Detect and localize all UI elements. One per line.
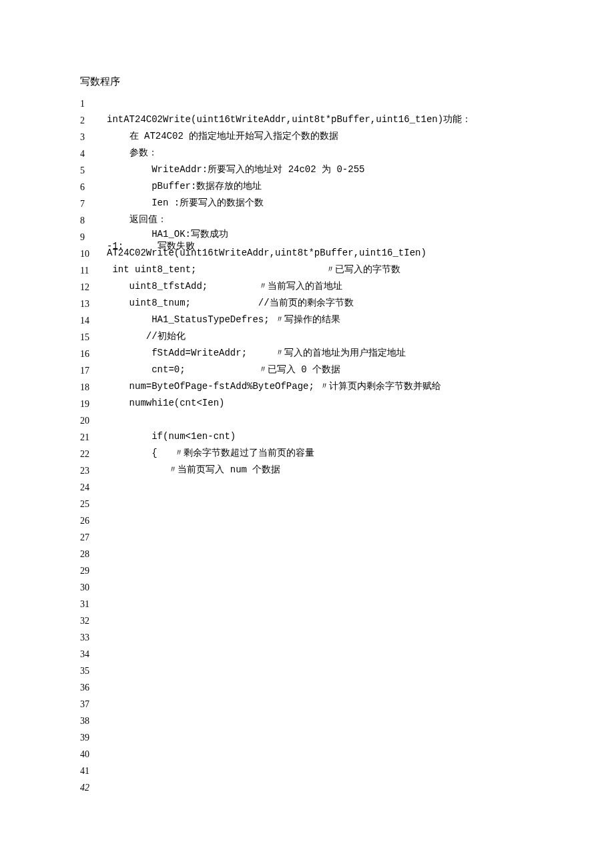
code-line [107, 412, 534, 428]
line-number: 7 [80, 195, 107, 211]
code-line: numwhi1e(cnt<Ien) [107, 395, 534, 412]
line-number: 16 [80, 345, 107, 362]
line-number: 15 [80, 328, 107, 345]
line-number: 2 [80, 111, 107, 128]
line-number: 1 [80, 95, 107, 111]
code-line: uint8_tfstAdd; 〃当前写入的首地址 [107, 278, 534, 295]
line-number: 35 [80, 662, 107, 679]
line-number: 32 [80, 612, 107, 628]
line-number: 33 [80, 628, 107, 645]
code-line: pBuffer:数据存放的地址 [107, 178, 534, 195]
section-title: 写数程序 [80, 73, 534, 89]
code-line: int uint8_tent; 〃已写入的字节数 [107, 262, 534, 278]
line-number: 17 [80, 362, 107, 378]
code-content: intAT24C02Write(uint16tWriteAddr,uint8t*… [107, 95, 534, 795]
code-line: //初始化 [107, 328, 534, 345]
line-number: 34 [80, 645, 107, 662]
line-number: 13 [80, 295, 107, 312]
line-number: 39 [80, 729, 107, 745]
code-line: fStAdd=WriteAddr; 〃写入的首地址为用户指定地址 [107, 345, 534, 362]
code-line: Ien :所要写入的数据个数 [107, 195, 534, 211]
code-line: 参数： [107, 145, 534, 161]
line-number: 19 [80, 395, 107, 412]
line-number: 8 [80, 211, 107, 228]
code-line: uint8_tnum; //当前页的剩余字节数 [107, 295, 534, 312]
code-line: if(num<1en-cnt) [107, 428, 534, 445]
line-number: 20 [80, 412, 107, 428]
document-page: 写数程序 12345678910111213141516171819202122… [0, 0, 614, 822]
code-line: intAT24C02Write(uint16tWriteAddr,uint8t*… [107, 111, 534, 128]
line-number: 6 [80, 178, 107, 195]
code-line: { 〃剩余字节数超过了当前页的容量 [107, 445, 534, 462]
code-line: WriteAddr:所要写入的地址对 24c02 为 0-255 [107, 161, 534, 178]
line-number: 22 [80, 445, 107, 462]
line-number: 36 [80, 679, 107, 695]
line-number: 25 [80, 495, 107, 512]
line-number: 27 [80, 528, 107, 545]
code-line: 在 AT24C02 的指定地址开始写入指定个数的数据 [107, 128, 534, 145]
line-number: 40 [80, 745, 107, 762]
line-number: 10 [80, 245, 107, 262]
code-line [107, 95, 534, 111]
line-number: 3 [80, 128, 107, 145]
code-line: AT24C02Write(uint16tWriteAddr,uint8t*pBu… [107, 245, 534, 262]
code-block: 1234567891011121314151617181920212223242… [80, 95, 534, 795]
line-number-gutter: 1234567891011121314151617181920212223242… [80, 95, 107, 795]
code-line: 〃当前页写入 num 个数据 [107, 462, 534, 478]
line-number: 42 [80, 779, 107, 795]
line-number: 23 [80, 462, 107, 478]
line-number: 29 [80, 562, 107, 578]
code-line: cnt=0; 〃已写入 0 个数据 [107, 362, 534, 378]
line-number: 30 [80, 578, 107, 595]
line-number: 5 [80, 161, 107, 178]
line-number: 24 [80, 478, 107, 495]
code-line: num=ByteOfPage-fstAdd%ByteOfPage; 〃计算页内剩… [107, 378, 534, 395]
code-line: HA1_OK:写数成功-1: 写数失败 [107, 228, 534, 245]
line-number: 18 [80, 378, 107, 395]
line-number: 37 [80, 695, 107, 712]
line-number: 21 [80, 428, 107, 445]
line-number: 14 [80, 312, 107, 328]
line-number: 38 [80, 712, 107, 729]
line-number: 41 [80, 762, 107, 779]
line-number: 11 [80, 262, 107, 278]
code-line: HA1_StatusTypeDefres; 〃写操作的结果 [107, 312, 534, 328]
line-number: 28 [80, 545, 107, 562]
line-number: 9 [80, 228, 107, 245]
line-number: 4 [80, 145, 107, 161]
code-line: 返回值： [107, 211, 534, 228]
line-number: 31 [80, 595, 107, 612]
line-number: 26 [80, 512, 107, 528]
line-number: 12 [80, 278, 107, 295]
